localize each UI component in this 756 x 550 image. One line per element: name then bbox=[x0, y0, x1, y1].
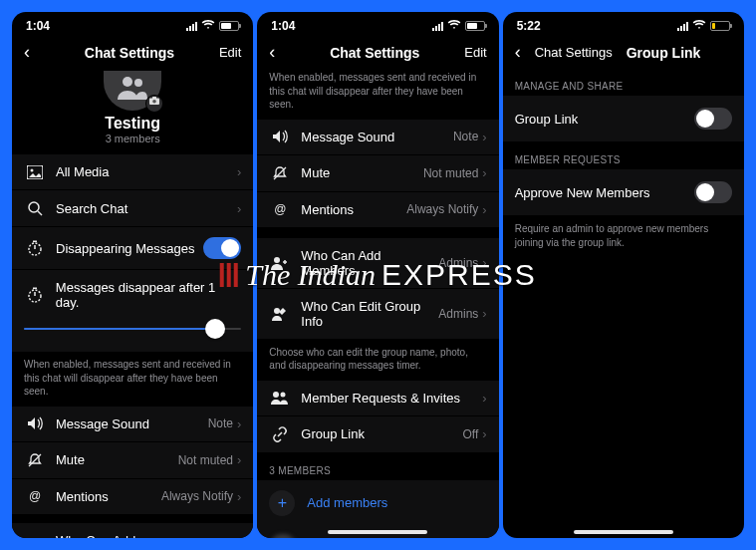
back-button[interactable]: ‹ bbox=[269, 42, 285, 63]
add-members-label: Add members bbox=[307, 495, 387, 510]
svg-point-0 bbox=[123, 77, 132, 87]
battery-icon bbox=[465, 21, 485, 31]
disappear-footer: When enabled, messages sent and received… bbox=[257, 69, 498, 120]
all-media-row[interactable]: All Media › bbox=[12, 154, 253, 190]
speaker-icon bbox=[24, 416, 46, 430]
group-link-toggle[interactable] bbox=[694, 108, 732, 130]
add-members-row[interactable]: + Add members bbox=[257, 480, 498, 526]
section-manage-header: MANAGE AND SHARE bbox=[503, 69, 744, 96]
status-time: 1:04 bbox=[26, 19, 50, 33]
edit-button[interactable]: Edit bbox=[464, 45, 486, 60]
disappear-footer: When enabled, messages sent and received… bbox=[12, 352, 253, 407]
mute-label: Mute bbox=[56, 452, 178, 467]
add-people-icon bbox=[269, 256, 291, 270]
section-requests-header: MEMBER REQUESTS bbox=[503, 142, 744, 169]
sound-row[interactable]: Message Sound Note › bbox=[12, 407, 253, 442]
gallery-icon bbox=[24, 165, 46, 179]
edit-info-perm-row[interactable]: Who Can Edit Group Info Admins › bbox=[257, 289, 498, 340]
people-icon bbox=[116, 76, 149, 100]
approve-toggle-row[interactable]: Approve New Members bbox=[503, 169, 744, 216]
screenshot-chat-settings-top: 1:04 ‹ Chat Settings Edit bbox=[12, 12, 253, 538]
svg-rect-3 bbox=[152, 97, 156, 99]
speaker-icon bbox=[269, 130, 291, 143]
timer-icon bbox=[24, 240, 46, 256]
mentions-row[interactable]: @ Mentions Always Notify › bbox=[257, 192, 498, 228]
disappearing-row[interactable]: Disappearing Messages bbox=[12, 227, 253, 270]
add-members-perm-row[interactable]: Who Can Add Members Admins › bbox=[257, 238, 498, 289]
nav-bar: ‹ Chat Settings Group Link bbox=[503, 32, 744, 69]
edit-info-label: Who Can Edit Group Info bbox=[301, 299, 438, 329]
svg-line-8 bbox=[38, 211, 42, 215]
chevron-right-icon: › bbox=[237, 164, 241, 179]
battery-icon bbox=[710, 21, 730, 31]
add-members-value: Admins bbox=[438, 256, 478, 270]
svg-rect-14 bbox=[33, 288, 37, 290]
back-button[interactable]: ‹ bbox=[24, 42, 40, 63]
svg-point-19 bbox=[274, 257, 280, 263]
back-label[interactable]: Chat Settings bbox=[535, 45, 613, 60]
mentions-value: Always Notify bbox=[161, 489, 233, 503]
mute-value: Not muted bbox=[178, 453, 233, 467]
chevron-right-icon: › bbox=[482, 165, 486, 180]
group-link-label: Group Link bbox=[301, 426, 462, 441]
wifi-icon bbox=[447, 20, 461, 32]
signal-icon bbox=[432, 22, 443, 31]
approve-toggle[interactable] bbox=[694, 181, 732, 203]
mute-row[interactable]: Mute Not muted › bbox=[12, 442, 253, 479]
at-icon: @ bbox=[24, 489, 46, 503]
member-requests-row[interactable]: Member Requests & Invites › bbox=[257, 381, 498, 416]
group-name: Testing bbox=[12, 115, 253, 133]
add-members-label: Who Can Add Members bbox=[301, 248, 438, 278]
search-chat-label: Search Chat bbox=[56, 201, 237, 216]
search-chat-row[interactable]: Search Chat › bbox=[12, 190, 253, 227]
avatar bbox=[269, 534, 297, 539]
approve-label: Approve New Members bbox=[515, 185, 694, 200]
expire-slider[interactable] bbox=[24, 320, 241, 338]
sound-value: Note bbox=[453, 130, 478, 143]
add-members-label: Who Can Add Members bbox=[56, 533, 193, 539]
screenshot-group-link: 5:22 ‹ Chat Settings Group Link MANAGE A… bbox=[503, 12, 744, 538]
home-indicator bbox=[574, 530, 673, 534]
svg-rect-11 bbox=[33, 241, 37, 243]
disappearing-toggle[interactable] bbox=[203, 237, 241, 259]
approve-footer: Require an admin to approve new members … bbox=[503, 216, 744, 257]
chevron-right-icon: › bbox=[482, 202, 486, 217]
mute-value: Not muted bbox=[423, 166, 478, 180]
disappearing-label: Disappearing Messages bbox=[56, 241, 203, 256]
group-avatar[interactable] bbox=[104, 71, 161, 111]
requests-label: Member Requests & Invites bbox=[301, 391, 482, 406]
members-header: 3 MEMBERS bbox=[257, 453, 498, 480]
svg-point-6 bbox=[31, 168, 34, 171]
group-link-row[interactable]: Group Link Off › bbox=[257, 416, 498, 453]
nav-title: Chat Settings bbox=[285, 45, 464, 61]
screenshot-chat-settings-scrolled: 1:04 ‹ Chat Settings Edit When enabled, … bbox=[257, 12, 498, 538]
camera-icon[interactable] bbox=[145, 95, 163, 113]
back-button[interactable]: ‹ bbox=[515, 42, 531, 63]
nav-bar: ‹ Chat Settings Edit bbox=[257, 32, 498, 69]
mute-row[interactable]: Mute Not muted › bbox=[257, 155, 498, 192]
edit-button[interactable]: Edit bbox=[219, 45, 241, 60]
mentions-row[interactable]: @ Mentions Always Notify › bbox=[12, 479, 253, 515]
bell-off-icon bbox=[269, 165, 291, 181]
nav-title: Group Link bbox=[627, 45, 701, 61]
nav-bar: ‹ Chat Settings Edit bbox=[12, 32, 253, 69]
status-bar: 5:22 bbox=[503, 12, 744, 32]
chevron-right-icon: › bbox=[237, 452, 241, 467]
signal-icon bbox=[677, 22, 688, 31]
add-members-perm-row[interactable]: Who Can Add Members Admins › bbox=[12, 523, 253, 539]
group-link-toggle-row[interactable]: Group Link bbox=[503, 96, 744, 142]
group-header: Testing 3 members bbox=[12, 69, 253, 154]
pencil-icon bbox=[269, 306, 291, 322]
home-indicator bbox=[328, 530, 427, 534]
wifi-icon bbox=[692, 20, 706, 32]
sound-label: Message Sound bbox=[56, 416, 208, 431]
group-members-count: 3 members bbox=[12, 133, 253, 144]
status-bar: 1:04 bbox=[257, 12, 498, 32]
chevron-right-icon: › bbox=[237, 416, 241, 431]
sound-row[interactable]: Message Sound Note › bbox=[257, 120, 498, 155]
all-media-label: All Media bbox=[56, 164, 237, 179]
svg-point-22 bbox=[281, 393, 286, 398]
svg-point-7 bbox=[29, 202, 39, 212]
mentions-value: Always Notify bbox=[406, 202, 478, 216]
expire-slider-row: Messages disappear after 1 day. bbox=[12, 270, 253, 352]
